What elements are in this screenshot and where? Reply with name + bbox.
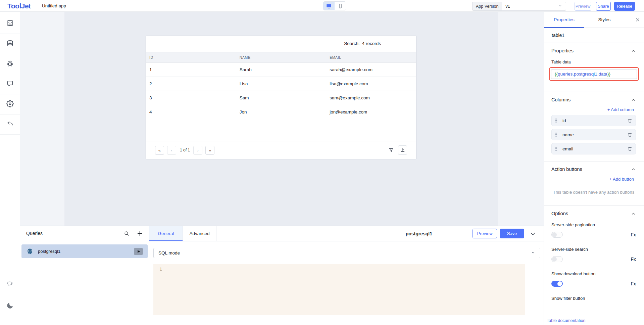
query-preview-button[interactable]: Preview [473,229,497,238]
properties-section: Properties Table data {{queries.postgres… [544,43,644,92]
cell-id: 1 [146,63,236,77]
mobile-layout-button[interactable] [335,2,346,10]
preview-button[interactable]: Preview [575,2,591,11]
pagination-first-button[interactable]: « [155,146,164,155]
sidebar-item-chat[interactable] [0,277,20,290]
collapse-panel-icon[interactable] [530,230,536,237]
sql-mode-value: SQL mode [158,250,180,256]
add-query-icon[interactable] [137,230,143,237]
sidebar-item-pages[interactable] [0,14,20,34]
cell-id: 4 [146,105,236,119]
table-widget-grid: ID NAME EMAIL 1 Sarah sarah@example.com … [146,52,416,119]
pagination-next-button[interactable]: › [193,146,202,155]
tab-properties[interactable]: Properties [544,12,584,28]
option-label: Server-side pagination [551,222,636,227]
add-button-button[interactable]: + Add button [551,177,636,182]
query-save-button[interactable]: Save [500,229,524,238]
filter-icon [388,147,394,153]
table-row[interactable]: 3 Sam sam@example.com [146,91,416,105]
tooljet-logo[interactable]: ToolJet [7,0,31,12]
column-item-name[interactable]: name [551,129,636,140]
table-data-input[interactable]: {{queries.postgresql1.data}} [551,69,637,79]
inspector-footer: Table documentation [544,316,644,325]
chat-bubbles-icon [6,280,14,288]
chevron-up-icon[interactable] [631,211,636,216]
table-header-row: ID NAME EMAIL [146,52,416,63]
tooljet-app-editor: ToolJet Untitled app App Version v1 [0,0,644,325]
widget-name[interactable]: table1 [544,28,644,43]
column-header-name[interactable]: NAME [236,52,326,63]
option-show-download-button: Show download button Fx [551,271,636,287]
fx-button[interactable]: Fx [631,232,636,237]
table-row[interactable]: 1 Sarah sarah@example.com [146,63,416,77]
action-buttons-section-title: Action buttons [551,167,582,172]
table-download-button[interactable] [398,145,407,155]
share-button[interactable]: Share [596,2,611,11]
column-item-email[interactable]: email [551,143,636,154]
server-side-search-toggle[interactable] [551,256,563,262]
app-name[interactable]: Untitled app [42,0,66,12]
editor-line-number: 1 [159,267,162,272]
tab-advanced[interactable]: Advanced [183,226,216,241]
sidebar-item-settings[interactable] [0,94,20,114]
bug-icon [6,60,14,68]
desktop-layout-button[interactable] [323,2,335,10]
column-header-email[interactable]: EMAIL [326,52,416,63]
download-icon [400,147,405,153]
fx-button[interactable]: Fx [631,281,636,286]
table-data-selection-outline: {{queries.postgresql1.data}} [549,67,639,81]
canvas-area[interactable]: Search: 4 records ID NAME EMAIL 1 Sarah [20,12,544,226]
drag-handle-icon[interactable] [554,118,558,123]
close-icon[interactable] [635,17,641,23]
device-layout-toggle [323,1,346,10]
chevron-up-icon[interactable] [631,48,636,53]
delete-column-icon[interactable] [627,146,633,151]
table-records-count: 4 records [362,41,381,46]
column-item-id[interactable]: id [551,115,636,126]
column-header-id[interactable]: ID [146,52,236,63]
sidebar-item-comments[interactable] [0,74,20,94]
mobile-icon [338,3,343,9]
table-data-label: Table data [551,60,636,64]
table-filter-button[interactable] [387,145,396,155]
table-row[interactable]: 4 Jon jon@example.com [146,105,416,119]
pagination-last-button[interactable]: » [205,146,214,155]
dark-mode-toggle[interactable] [0,299,20,312]
table-widget[interactable]: Search: 4 records ID NAME EMAIL 1 Sarah [146,36,416,159]
cell-name: Lisa [236,77,326,91]
sidebar-item-datasources[interactable] [0,34,20,54]
tab-styles[interactable]: Styles [584,12,625,28]
chevron-up-icon[interactable] [631,97,636,102]
sidebar-item-undo[interactable] [0,114,20,135]
query-panel: Queries postgresql1 [20,226,544,325]
drag-handle-icon[interactable] [554,146,558,151]
table-documentation-link[interactable]: Table documentation [547,318,585,323]
server-side-pagination-toggle[interactable] [551,232,563,238]
sql-code-editor[interactable]: 1 [153,264,525,315]
app-version-value: v1 [505,4,510,9]
delete-column-icon[interactable] [627,118,633,123]
run-query-button[interactable] [134,248,143,255]
sidebar-item-debugger[interactable] [0,54,20,74]
sql-mode-select[interactable]: SQL mode [153,248,540,258]
fx-button[interactable]: Fx [631,257,636,262]
cell-name: Sarah [236,63,326,77]
postgresql-icon [26,248,34,255]
cell-id: 2 [146,77,236,91]
tab-general[interactable]: General [149,226,183,241]
show-download-button-toggle[interactable] [551,281,563,287]
options-section: Options Server-side pagination Fx Server… [544,206,644,308]
cell-name: Sam [236,91,326,105]
table-row[interactable]: 2 Lisa lisa@example.com [146,77,416,91]
search-icon[interactable] [124,231,130,236]
drag-handle-icon[interactable] [554,132,558,137]
chevron-up-icon[interactable] [631,167,636,172]
release-button[interactable]: Release [614,2,635,11]
add-column-button[interactable]: + Add column [551,107,636,112]
query-list-item-postgresql1[interactable]: postgresql1 [21,244,148,258]
delete-column-icon[interactable] [627,132,633,137]
app-version-select[interactable]: v1 [502,2,566,11]
cell-id: 3 [146,91,236,105]
cell-email: sam@example.com [326,91,416,105]
pagination-prev-button[interactable]: ‹ [167,146,176,155]
